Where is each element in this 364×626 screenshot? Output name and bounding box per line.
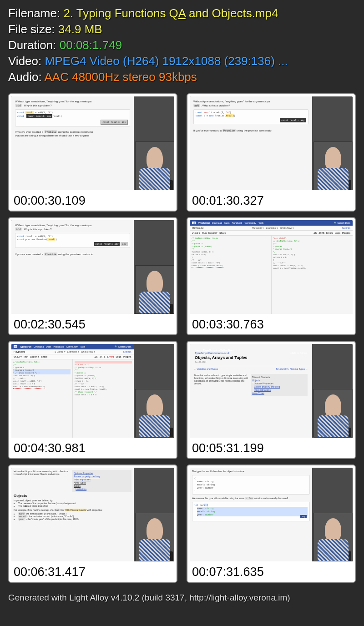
thumbnails-grid: Without type annotations, "anything goes… bbox=[0, 93, 364, 589]
thumb-image-7: let's make things a bit more interesting… bbox=[10, 467, 175, 562]
filename-label: Filename: bbox=[8, 6, 63, 20]
thumbnail-6[interactable]: Learn TypeScript w/ Mike North TypeScrip… bbox=[187, 341, 356, 459]
filename-part2: and Objects.mp4 bbox=[186, 6, 278, 20]
timestamp-8: 00:07:31.635 bbox=[187, 562, 355, 582]
thumb-image-2: Without type annotations, "anything goes… bbox=[189, 96, 354, 191]
thumbnail-7[interactable]: let's make things a bit more interesting… bbox=[8, 464, 177, 583]
timestamp-5: 00:04:30.981 bbox=[9, 439, 177, 458]
thumbnail-5[interactable]: in TypeScript Download Docs Handbook Com… bbox=[8, 341, 177, 459]
thumb-image-4: in TypeScript Download Docs Handbook Com… bbox=[189, 219, 354, 315]
duration-label: Duration: bbox=[8, 38, 60, 52]
filename-part1: 2. Typing Functions Q bbox=[63, 6, 178, 20]
thumbnail-2[interactable]: Without type annotations, "anything goes… bbox=[187, 93, 356, 212]
audio-row: Audio: AAC 48000Hz stereo 93kbps bbox=[8, 69, 356, 85]
thumb-image-8: The type that would describes this objec… bbox=[189, 467, 354, 562]
audio-label: Audio: bbox=[8, 70, 45, 84]
video-label: Video: bbox=[8, 54, 45, 68]
thumbnail-4[interactable]: in TypeScript Download Docs Handbook Com… bbox=[187, 217, 356, 335]
timestamp-1: 00:00:30.109 bbox=[9, 191, 177, 211]
filesize-label: File size: bbox=[8, 22, 58, 36]
ts-header-2: in TypeScript Download Docs Handbook Com… bbox=[11, 344, 134, 349]
timestamp-2: 00:01:30.327 bbox=[187, 191, 355, 211]
video-value: MPEG4 Video (H264) 1912x1088 (239:136) .… bbox=[45, 54, 288, 68]
duration-value: 00:08:1.749 bbox=[60, 38, 122, 52]
timestamp-4: 00:03:30.763 bbox=[187, 315, 355, 334]
thumb-image-3: Without type annotations, "anything goes… bbox=[10, 219, 175, 315]
audio-value: AAC 48000Hz stereo 93kbps bbox=[45, 70, 197, 84]
file-info-panel: Filename: 2. Typing Functions QA and Obj… bbox=[0, 0, 364, 93]
filename-underline-a: A bbox=[178, 6, 186, 20]
thumbnail-8[interactable]: The type that would describes this objec… bbox=[187, 464, 356, 583]
ts-header: in TypeScript Download Docs Handbook Com… bbox=[190, 220, 353, 226]
footer-text: Generated with Light Alloy v4.10.2 (buil… bbox=[0, 589, 364, 609]
thumbnail-1[interactable]: Without type annotations, "anything goes… bbox=[8, 93, 177, 212]
timestamp-7: 00:06:31.417 bbox=[9, 562, 177, 582]
video-row: Video: MPEG4 Video (H264) 1912x1088 (239… bbox=[8, 53, 356, 69]
filename-row: Filename: 2. Typing Functions QA and Obj… bbox=[8, 5, 356, 21]
thumbnail-3[interactable]: Without type annotations, "anything goes… bbox=[8, 217, 177, 335]
filesize-value: 34.9 MB bbox=[58, 22, 102, 36]
timestamp-6: 00:05:31.199 bbox=[187, 439, 355, 458]
duration-row: Duration: 00:08:1.749 bbox=[8, 37, 356, 53]
timestamp-3: 00:02:30.545 bbox=[9, 315, 177, 334]
filesize-row: File size: 34.9 MB bbox=[8, 21, 356, 37]
thumb-image-5: in TypeScript Download Docs Handbook Com… bbox=[10, 343, 175, 439]
thumb-image-6: Learn TypeScript w/ Mike North TypeScrip… bbox=[189, 343, 354, 439]
thumb-image-1: Without type annotations, "anything goes… bbox=[10, 96, 175, 191]
